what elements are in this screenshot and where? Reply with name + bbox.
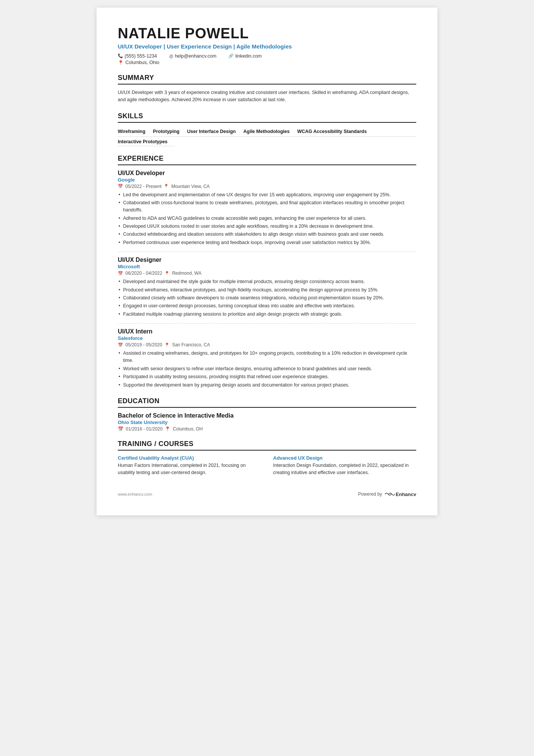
training-text-1: Human Factors International, completed i… (118, 462, 261, 476)
experience-title: EXPERIENCE (118, 155, 416, 165)
linkedin-url: linkedin.com (235, 53, 261, 59)
location: Columbus, Ohio (125, 60, 159, 65)
enhancv-brand-name: Enhancv (396, 491, 416, 497)
phone-icon: 📞 (118, 53, 123, 58)
training-item-1: Certified Usability Analyst (CUA) Human … (118, 455, 261, 476)
job-company-microsoft: Microsoft (118, 264, 416, 269)
bullet-ms-2: Produced wireframes, interactive prototy… (118, 286, 416, 294)
training-title: TRAINING / COURSES (118, 440, 416, 451)
header: NATALIE POWELL UI/UX Developer | User Ex… (118, 26, 416, 66)
summary-text: UI/UX Developer with 3 years of experien… (118, 89, 416, 104)
skills-section: SKILLS Wireframing Prototyping User Inte… (118, 112, 416, 146)
contact-row-2: 📍 Columbus, Ohio (118, 60, 416, 66)
location-icon-microsoft: 📍 (164, 271, 170, 276)
job-company-google: Google (118, 177, 416, 183)
job-dates-salesforce: 05/2019 - 05/2020 (125, 342, 162, 347)
job-location-microsoft: Redmond, WA (172, 271, 201, 276)
calendar-icon-salesforce: 📅 (118, 343, 123, 347)
contact-row-1: 📞 (555) 555-1234 @ help@enhancv.com 🔗 li… (118, 53, 416, 59)
job-meta-microsoft: 📅 06/2020 - 04/2022 📍 Redmond, WA (118, 271, 416, 276)
location-icon-salesforce: 📍 (164, 343, 170, 347)
bullet-google-3: Adhered to ADA and WCAG guidelines to cr… (118, 215, 416, 222)
job-google: UI/UX Developer Google 📅 05/2022 - Prese… (118, 170, 416, 247)
job-meta-google: 📅 05/2022 - Present 📍 Mountain View, CA (118, 184, 416, 189)
skill-prototyping: Prototyping (153, 127, 187, 136)
job-title-salesforce: UI/UX Intern (118, 328, 416, 335)
job-bullets-salesforce: Assisted in creating wireframes, designs… (118, 350, 416, 389)
edu-location: Columbus, OH (173, 426, 203, 432)
job-dates-microsoft: 06/2020 - 04/2022 (125, 271, 162, 276)
experience-section: EXPERIENCE UI/UX Developer Google 📅 05/2… (118, 155, 416, 389)
phone-contact: 📞 (555) 555-1234 (118, 53, 157, 59)
job-microsoft: UI/UX Designer Microsoft 📅 06/2020 - 04/… (118, 257, 416, 318)
powered-by-label: Powered by (358, 491, 382, 497)
location-icon-edu: 📍 (165, 426, 170, 432)
bullet-sf-1: Assisted in creating wireframes, designs… (118, 350, 416, 365)
bullet-ms-3: Collaborated closely with software devel… (118, 294, 416, 302)
job-location-google: Mountain View, CA (171, 184, 209, 189)
skill-agile: Agile Methodologies (244, 127, 297, 136)
job-location-salesforce: San Francisco, CA (172, 342, 210, 347)
training-title-2: Advanced UX Design (273, 455, 416, 461)
bullet-google-6: Performed continuous user experience tes… (118, 239, 416, 246)
email-address: help@enhancv.com (175, 53, 217, 59)
bullet-ms-4: Engaged in user-centered design processe… (118, 302, 416, 310)
skill-wcag: WCAG Accessibility Standards (297, 127, 375, 136)
training-item-2: Advanced UX Design Interaction Design Fo… (273, 455, 416, 476)
training-section: TRAINING / COURSES Certified Usability A… (118, 440, 416, 476)
education-section: EDUCATION Bachelor of Science in Interac… (118, 397, 416, 432)
divider-2 (118, 323, 416, 324)
calendar-icon-google: 📅 (118, 184, 123, 189)
edu-degree: Bachelor of Science in Interactive Media (118, 412, 416, 419)
skill-interactive: Interactive Prototypes (118, 138, 175, 146)
bullet-google-4: Developed UI/UX solutions rooted in user… (118, 223, 416, 230)
bullet-google-1: Led the development and implementation o… (118, 191, 416, 199)
divider-1 (118, 252, 416, 252)
skills-row-2: Interactive Prototypes (118, 137, 416, 146)
calendar-icon-edu: 📅 (118, 426, 123, 432)
skill-uid: User Interface Design (187, 127, 244, 136)
summary-section: SUMMARY UI/UX Developer with 3 years of … (118, 74, 416, 104)
training-grid: Certified Usability Analyst (CUA) Human … (118, 455, 416, 476)
bullet-sf-2: Worked with senior designers to refine u… (118, 365, 416, 373)
job-company-salesforce: Salesforce (118, 335, 416, 341)
job-bullets-google: Led the development and implementation o… (118, 191, 416, 247)
skills-title: SKILLS (118, 112, 416, 123)
candidate-name: NATALIE POWELL (118, 26, 416, 42)
phone-number: (555) 555-1234 (125, 53, 157, 59)
summary-title: SUMMARY (118, 74, 416, 85)
enhancv-logo: Enhancv (384, 491, 416, 497)
training-title-1: Certified Usability Analyst (CUA) (118, 455, 261, 461)
linkedin-contact: 🔗 linkedin.com (228, 53, 261, 59)
training-text-2: Interaction Design Foundation, completed… (273, 462, 416, 476)
candidate-title: UI/UX Developer | User Experience Design… (118, 43, 416, 50)
skill-wireframing: Wireframing (118, 127, 153, 136)
job-meta-salesforce: 📅 05/2019 - 05/2020 📍 San Francisco, CA (118, 342, 416, 347)
calendar-icon-microsoft: 📅 (118, 271, 123, 276)
location-icon-google: 📍 (164, 184, 169, 189)
bullet-ms-1: Developed and maintained the style guide… (118, 278, 416, 285)
email-icon: @ (169, 54, 173, 58)
footer-website: www.enhancv.com (118, 492, 152, 496)
bullet-google-2: Collaborated with cross-functional teams… (118, 199, 416, 214)
bullet-ms-5: Facilitated multiple roadmap planning se… (118, 311, 416, 318)
enhancv-logo-svg (384, 491, 395, 497)
bullet-sf-4: Supported the development team by prepar… (118, 382, 416, 389)
bullet-sf-3: Participated in usability testing sessio… (118, 373, 416, 380)
job-bullets-microsoft: Developed and maintained the style guide… (118, 278, 416, 318)
email-contact: @ help@enhancv.com (169, 53, 216, 59)
footer-brand: Powered by Enhancv (358, 491, 416, 497)
bullet-google-5: Conducted whiteboarding and ideation ses… (118, 231, 416, 238)
job-dates-google: 05/2022 - Present (125, 184, 161, 189)
edu-dates: 01/2016 - 01/2020 (126, 426, 162, 432)
footer: www.enhancv.com Powered by Enhancv (118, 491, 416, 497)
edu-meta: 📅 01/2016 - 01/2020 📍 Columbus, OH (118, 426, 416, 432)
job-salesforce: UI/UX Intern Salesforce 📅 05/2019 - 05/2… (118, 328, 416, 389)
linkedin-icon: 🔗 (228, 53, 234, 58)
job-title-google: UI/UX Developer (118, 170, 416, 177)
location-icon: 📍 (118, 60, 124, 66)
resume-page: NATALIE POWELL UI/UX Developer | User Ex… (97, 8, 437, 515)
job-title-microsoft: UI/UX Designer (118, 257, 416, 263)
skills-row-1: Wireframing Prototyping User Interface D… (118, 127, 416, 137)
edu-school: Ohio State University (118, 419, 416, 425)
